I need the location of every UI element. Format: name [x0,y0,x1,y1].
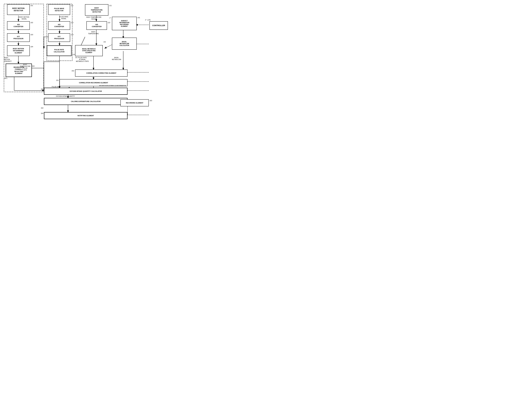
oxygen-intake-calculator: OXYGEN INTAKE QUANTITY CALCULATOR [44,88,127,95]
basal-metabolism-calc: BASAL METABOLISM CALCULATOR [112,38,137,50]
fft-processor-113: FFT PROCESSOR [48,33,70,42]
brace-141: ⌐ [109,16,111,19]
notifying-element: NOTIFYING ELEMENT [44,112,127,119]
label-pulse-wave-signal: PULSE WAVESIGNAL [59,16,68,20]
label-pulse-rate-basal: PULSE RATEAT BASALMETABOLIC STATE [76,57,89,62]
label-body-temp: BODYTEMPERATURE [88,31,99,35]
ref-152: 152 [71,70,74,72]
brace-170: ⌐ [145,18,147,21]
ref-111: 111 [71,5,73,7]
ref-162: 162 [41,107,43,109]
fft-processor-103: FFT PROCESSOR [7,33,30,42]
ref-101: 101 [31,5,33,7]
ref-142: 142 [103,41,106,43]
ref-112: 112 [71,22,73,23]
ref-141: 141 [137,17,140,19]
ref-170: 170 [147,19,151,21]
label-body-temp-pulse-rate: BODYTEMPERATUREPULSERATE [20,64,31,71]
diagram: BODY MOTION DETECTOR 101 ⌐ BODY MOTIONSI… [0,0,170,128]
pulse-rate-calculator: PULSE RATE CALCULATOR [47,46,71,56]
recording-element: RECORDING ELEMENT [120,99,149,106]
body-motion-determining: BODY MOTION DETERMINING ELEMENT [7,46,30,56]
subject-info: SUBJECT INFORMATION RECORDING ELEMENT [112,17,137,30]
pulse-wave-detector: PULSE WAVE DETECTOR [48,4,70,15]
ref-151: 151 [56,79,59,81]
ref-121: 121 [109,5,112,7]
body-motion-detector: BODY MOTION DETECTOR [7,4,30,15]
ref-101-curve: ⌐ [8,4,9,6]
body-temp-detector: BODY TEMPERATURE DETECTOR [85,4,108,16]
label-basal-metabolism: BASALMETABOLISM [112,57,121,60]
ref-163: 163 [149,100,152,101]
label-regression-formula-info: REGRESSION FORMULA INFORMATION [99,85,126,87]
ref-113: 113 [71,34,73,35]
ref-153: 153 [32,65,34,67]
ref-122: 122 [108,22,110,23]
ref-102: 102 [31,22,33,23]
ad-converter-112: A/D CONVERTER [48,21,70,30]
calorie-expenditure-calculator: CALORIE EXPENDITURE CALCULATOR [44,98,127,105]
ref-103: 103 [31,34,33,35]
ad-converter-122: A/D CONVERTER [86,21,107,30]
correlation-correcting: CORRELATION CORRECTING ELEMENT [75,70,127,77]
label-pulse-rate: PULSE RATE [52,86,61,88]
ref-161: 161 [41,88,43,90]
ref-164: 164 [41,112,43,114]
label-op1: OP1 [4,77,7,79]
ad-converter-102: A/D CONVERTER [7,21,30,30]
label-body-motion-signal: BODY MOTIONSIGNAL [19,16,29,20]
basal-metabolic-state: BASAL METABOLIC STATE SPECIFYING ELEMENT [75,45,103,56]
controller: CONTROLLER [149,21,168,30]
label-oxygen-intake-qty: OXYGEN INTAKE QUANTITY [56,95,75,97]
ref-104: 104 [31,46,33,47]
ref-114: 114 [72,54,75,55]
label-body-motion-present: BODYMOTIONPRESENT? [4,57,12,62]
label-body-temp-signal: BODY TEMPERATURESIGNAL [86,16,101,20]
